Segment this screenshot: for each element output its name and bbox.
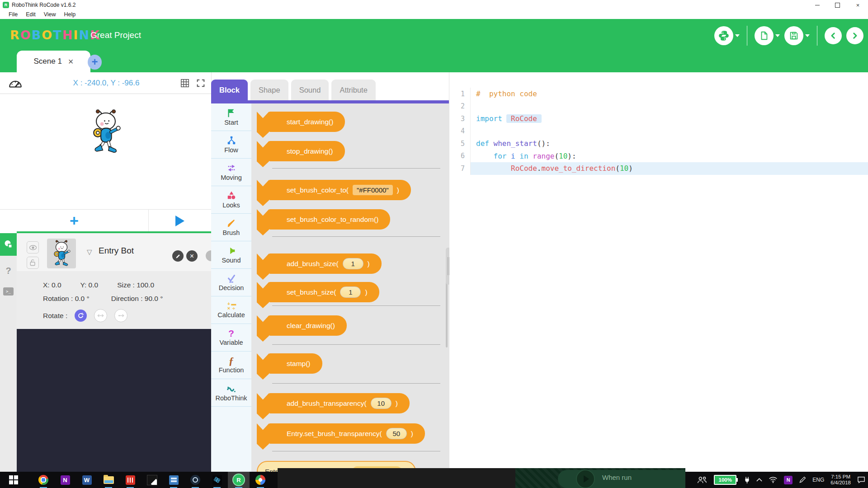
number-input[interactable]: 10: [371, 398, 392, 409]
system-tray: 100% N ENG 7:15 PM 6/4/2018: [697, 472, 865, 488]
menu-file[interactable]: File: [5, 11, 22, 18]
taskbar-word[interactable]: W: [76, 472, 98, 488]
onenote-icon: N: [61, 475, 70, 485]
line-number: 5: [449, 140, 470, 148]
category-calculate[interactable]: +▬×÷ Calculate: [211, 296, 251, 324]
minimize-button[interactable]: [807, 0, 827, 10]
code-token: ): [628, 164, 633, 173]
side-strip: ? >_: [0, 233, 17, 472]
delete-object-button[interactable]: ×: [186, 250, 198, 262]
start-button[interactable]: [3, 472, 24, 488]
forward-arrow-icon: [846, 27, 863, 44]
language-indicator[interactable]: ENG: [812, 477, 824, 483]
objects-tab[interactable]: [0, 233, 17, 256]
category-start[interactable]: Start: [211, 103, 251, 131]
redo-button[interactable]: [846, 27, 863, 44]
menu-edit[interactable]: Edit: [22, 11, 40, 18]
maximize-button[interactable]: [827, 0, 848, 10]
chevron-down-icon: [805, 34, 810, 37]
category-robothink[interactable]: RoboThink: [211, 379, 251, 407]
number-input[interactable]: 1: [340, 286, 361, 298]
speedometer-icon[interactable]: [8, 78, 23, 89]
wifi-icon[interactable]: [769, 476, 778, 483]
category-brush[interactable]: Brush: [211, 214, 251, 241]
tab-shape[interactable]: Shape: [250, 80, 288, 100]
taskbar-explorer[interactable]: [98, 472, 119, 488]
plug-icon[interactable]: [744, 476, 750, 484]
entry-bot-thumbnail: [50, 239, 73, 267]
code-token: ():: [537, 139, 550, 148]
edit-object-button[interactable]: [172, 250, 184, 262]
block-group-divider: [272, 451, 440, 451]
horizontal-arrows-icon: [117, 314, 125, 318]
menu-view[interactable]: View: [40, 11, 60, 18]
chevron-down-icon: [735, 34, 740, 37]
play-button[interactable]: [576, 469, 595, 488]
prop-rotation: Rotation : 0.0 °: [43, 295, 90, 303]
tab-sound[interactable]: Sound: [291, 80, 329, 100]
block-group-divider: [272, 236, 440, 237]
red-app-icon: [126, 475, 135, 485]
number-input[interactable]: 1: [343, 258, 363, 269]
run-button[interactable]: [148, 210, 211, 232]
lock-toggle[interactable]: [27, 257, 39, 269]
taskbar-red-app[interactable]: [119, 472, 141, 488]
windows-logo-icon: [9, 475, 18, 484]
taskbar-photos[interactable]: [141, 472, 163, 488]
rotate-ccw-icon: [77, 312, 84, 319]
tab-scene-1[interactable]: Scene 1 ×: [17, 51, 90, 72]
battery-indicator[interactable]: 100%: [714, 475, 738, 485]
expand-triangle-icon[interactable]: ▽: [87, 248, 92, 256]
add-scene-button[interactable]: +: [88, 55, 102, 70]
visibility-toggle[interactable]: [27, 241, 39, 253]
taskbar-onenote[interactable]: N: [54, 472, 76, 488]
console-button[interactable]: >_: [3, 287, 14, 296]
python-code-editor[interactable]: 1# python code23import RoCode 45def when…: [449, 72, 868, 487]
chevron-up-icon[interactable]: [756, 478, 762, 482]
object-item[interactable]: ▽ Entry Bot ×: [17, 233, 211, 271]
close-icon[interactable]: ×: [68, 57, 74, 66]
people-icon[interactable]: [697, 476, 708, 484]
taskbar-paint[interactable]: [250, 472, 271, 488]
help-button[interactable]: ?: [0, 264, 17, 277]
entry-bot-sprite[interactable]: [87, 108, 125, 155]
pen-icon[interactable]: [799, 476, 806, 483]
clock[interactable]: 7:15 PM 6/4/2018: [830, 474, 851, 486]
taskbar-atom-app[interactable]: [206, 472, 228, 488]
object-thumbnail[interactable]: [47, 239, 76, 268]
color-value-input[interactable]: "#FF0000": [353, 185, 393, 195]
category-flow[interactable]: Flow: [211, 131, 251, 159]
onenote-clipper-icon[interactable]: N: [784, 476, 793, 484]
taskbar-chrome[interactable]: [33, 472, 54, 488]
add-object-button[interactable]: +: [0, 210, 149, 232]
close-button[interactable]: ×: [848, 0, 868, 10]
tab-block[interactable]: Block: [211, 80, 248, 100]
category-decision[interactable]: Decision: [211, 269, 251, 296]
taskbar-steam[interactable]: [184, 472, 206, 488]
python-export-button[interactable]: [714, 26, 740, 45]
new-project-button[interactable]: [755, 26, 780, 45]
line-number: 4: [449, 127, 470, 135]
category-looks[interactable]: Looks: [211, 186, 251, 214]
category-sound[interactable]: Sound: [211, 241, 251, 269]
notification-icon[interactable]: [857, 476, 865, 483]
rotate-none-button[interactable]: [114, 309, 127, 322]
tab-attribute[interactable]: Attribute: [331, 80, 375, 100]
rotate-free-button[interactable]: [75, 310, 87, 322]
category-variable[interactable]: ? Variable: [211, 324, 251, 352]
object-actions-row: +: [0, 209, 211, 232]
category-moving[interactable]: Moving: [211, 159, 251, 186]
undo-button[interactable]: [825, 27, 842, 44]
fullscreen-icon[interactable]: [196, 78, 206, 88]
taskbar-blue-app[interactable]: [163, 472, 184, 488]
save-project-button[interactable]: [784, 26, 810, 45]
number-input[interactable]: 50: [386, 428, 407, 439]
stage-canvas[interactable]: [0, 94, 211, 209]
video-preview-overlay[interactable]: When run: [278, 468, 685, 488]
taskbar-rocode[interactable]: R: [228, 472, 250, 488]
grid-icon[interactable]: [180, 78, 190, 88]
object-name[interactable]: Entry Bot: [99, 246, 134, 256]
rotate-horizontal-button[interactable]: [94, 309, 107, 322]
menu-help[interactable]: Help: [60, 11, 80, 18]
category-function[interactable]: ƒ Function: [211, 352, 251, 379]
